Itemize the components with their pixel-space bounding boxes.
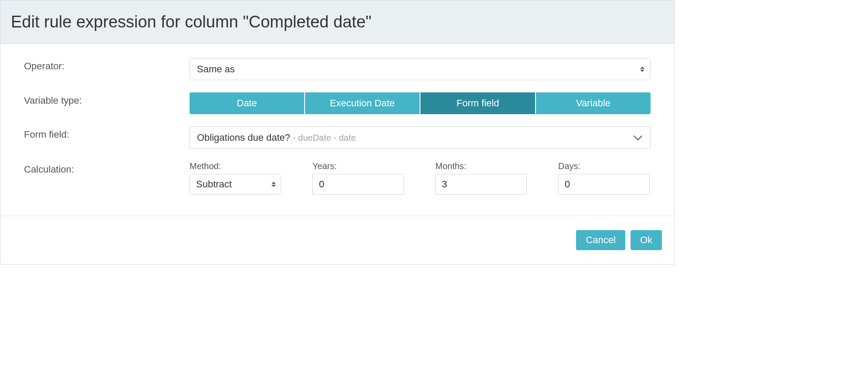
method-label: Method: [190,161,281,171]
variable-type-variable-button[interactable]: Variable [536,92,651,114]
dialog-title: Edit rule expression for column "Complet… [11,13,664,31]
variable-type-execution-date-button[interactable]: Execution Date [305,92,420,114]
variable-type-label: Variable type: [24,95,82,106]
method-select[interactable]: Subtract [190,174,281,194]
calculation-label: Calculation: [24,164,74,175]
dialog-header: Edit rule expression for column "Complet… [0,0,674,44]
operator-label-col: Operator: [24,58,190,72]
months-label: Months: [435,161,527,171]
days-input[interactable] [558,174,650,195]
method-select-wrapper: Subtract [190,174,281,194]
operator-control-col: Same as [190,58,651,80]
calculation-control-col: Method: Subtract Years: [190,161,651,195]
calculation-group: Method: Subtract Years: [190,161,651,195]
variable-type-row: Variable type: Date Execution Date Form … [24,92,651,114]
variable-type-control-col: Date Execution Date Form field Variable [190,92,651,114]
ok-button[interactable]: Ok [631,230,662,250]
years-input[interactable] [312,174,404,195]
calculation-row: Calculation: Method: Subtract [24,161,651,195]
form-field-label: Form field: [24,129,69,140]
variable-type-label-col: Variable type: [24,92,190,106]
months-item: Months: [435,161,527,195]
years-label: Years: [312,161,404,171]
days-item: Days: [558,161,650,195]
form-field-control-col: Obligations due date? - dueDate - date [190,126,651,149]
calculation-label-col: Calculation: [24,161,190,175]
months-input[interactable] [435,174,527,195]
form-field-meta: - dueDate - date [293,133,356,143]
form-field-label-col: Form field: [24,126,190,140]
days-label: Days: [558,161,650,171]
edit-rule-dialog: Edit rule expression for column "Complet… [0,0,675,265]
chevron-down-icon [634,132,642,143]
operator-row: Operator: Same as [24,58,651,80]
variable-type-form-field-button[interactable]: Form field [420,92,536,114]
years-item: Years: [312,161,404,195]
variable-type-date-button[interactable]: Date [190,92,305,114]
form-field-combobox[interactable]: Obligations due date? - dueDate - date [190,126,651,149]
cancel-button[interactable]: Cancel [576,230,625,250]
operator-select[interactable]: Same as [190,58,651,80]
dialog-body: Operator: Same as Variable type: [0,44,674,216]
method-item: Method: Subtract [190,161,281,195]
form-field-value: Obligations due date? [197,132,290,143]
operator-select-wrapper: Same as [190,58,651,80]
dialog-footer: Cancel Ok [0,216,674,264]
form-field-row: Form field: Obligations due date? - dueD… [24,126,651,149]
variable-type-toggle-group: Date Execution Date Form field Variable [190,92,651,114]
operator-label: Operator: [24,61,64,71]
